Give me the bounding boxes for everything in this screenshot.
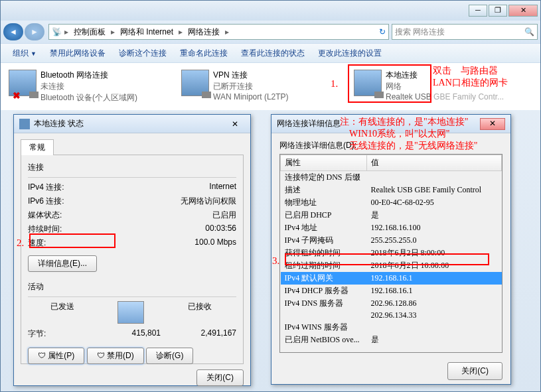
value-cell: 255.255.255.0 <box>367 234 502 247</box>
property-cell <box>281 310 367 321</box>
connection-name: VPN 连接 <box>213 70 289 81</box>
property-cell: 描述 <box>281 184 367 196</box>
chevron-down-icon: ▼ <box>31 50 37 57</box>
dialog-title: 本地连接 状态 <box>34 118 84 129</box>
value: 已启用 <box>212 210 236 221</box>
search-icon: 🔍 <box>524 27 534 36</box>
search-input[interactable]: 搜索 网络连接 🔍 <box>392 24 538 40</box>
table-row[interactable]: IPv4 地址192.168.16.100 <box>281 222 502 234</box>
search-placeholder: 搜索 网络连接 <box>395 27 445 38</box>
forward-button[interactable]: ► <box>25 23 44 40</box>
table-row[interactable]: 物理地址00-E0-4C-68-02-95 <box>281 196 502 209</box>
value: 无网络访问权限 <box>181 196 236 207</box>
vpn-icon <box>181 70 209 96</box>
toolbar-change[interactable]: 更改此连接的设置 <box>311 45 388 62</box>
label: IPv6 连接: <box>28 196 101 207</box>
col-property[interactable]: 属性 <box>281 155 367 171</box>
table-row[interactable]: 已启用 NetBIOS ove...是 <box>281 334 502 343</box>
table-row[interactable]: IPv4 子网掩码255.255.255.0 <box>281 234 502 247</box>
property-cell: IPv4 DHCP 服务器 <box>281 285 367 297</box>
table-row[interactable]: IPv4 WINS 服务器 <box>281 321 502 334</box>
back-button[interactable]: ◄ <box>3 23 23 40</box>
breadcrumb-box[interactable]: 📡 ▸ 控制面板 ▸ 网络和 Internet ▸ 网络连接 ▸ ↻ <box>48 24 389 40</box>
bytes-recv: 2,491,167 <box>201 328 236 340</box>
table-row[interactable]: IPv4 DHCP 服务器192.168.16.1 <box>281 285 502 297</box>
toolbar-diagnose[interactable]: 诊断这个连接 <box>112 45 173 62</box>
minimize-button[interactable]: ─ <box>469 5 487 17</box>
details-button[interactable]: 详细信息(E)... <box>28 255 97 272</box>
annotation-text: 双击 与路由器 LAN口相连的网卡 <box>433 65 508 89</box>
connection-status: 已断开连接 <box>213 81 289 92</box>
value-cell <box>367 171 502 184</box>
tab-general[interactable]: 常规 <box>21 139 54 155</box>
refresh-icon[interactable]: ↻ <box>379 27 386 36</box>
tab-content: 连接 IPv4 连接:Internet IPv6 连接:无网络访问权限 媒体状态… <box>21 155 244 364</box>
maximize-button[interactable]: ❐ <box>489 5 507 17</box>
value-cell: Realtek USB GBE Family Control <box>367 184 502 196</box>
close-button[interactable]: 关闭(C) <box>196 369 244 386</box>
table-row[interactable]: 连接特定的 DNS 后缀 <box>281 171 502 184</box>
table-row[interactable]: IPv4 DNS 服务器202.96.128.86 <box>281 297 502 310</box>
properties-button[interactable]: 🛡 属性(P) <box>28 348 84 364</box>
details-table: 属性值 连接特定的 DNS 后缀描述Realtek USB GBE Family… <box>280 155 502 343</box>
toolbar-disable[interactable]: 禁用此网络设备 <box>43 45 112 62</box>
value-cell: 是 <box>367 209 502 222</box>
section-connection: 连接 <box>28 162 236 173</box>
address-bar: ◄ ► 📡 ▸ 控制面板 ▸ 网络和 Internet ▸ 网络连接 ▸ ↻ 搜… <box>1 21 540 43</box>
value-cell: 202.96.134.33 <box>367 310 502 321</box>
network-folder-icon: 📡 <box>52 27 62 36</box>
close-button[interactable]: ✕ <box>508 5 538 17</box>
value-cell: 00-E0-4C-68-02-95 <box>367 196 502 209</box>
section-activity: 活动 <box>28 281 236 293</box>
value: 100.0 Mbps <box>194 237 236 249</box>
bytes-sent: 415,801 <box>101 328 161 340</box>
table-row[interactable]: IPv4 默认网关192.168.16.1 <box>281 272 502 285</box>
table-row[interactable]: 描述Realtek USB GBE Family Control <box>281 184 502 196</box>
chevron-right-icon: ▸ <box>179 27 183 36</box>
status-dialog: 本地连接 状态 ✕ 常规 连接 IPv4 连接:Internet IPv6 连接… <box>13 114 251 386</box>
error-x-icon: ✖ <box>13 90 21 101</box>
window-titlebar: ─ ❐ ✕ <box>1 1 540 21</box>
toolbar: 组织▼ 禁用此网络设备 诊断这个连接 重命名此连接 查看此连接的状态 更改此连接… <box>1 43 540 63</box>
activity-icon <box>117 301 144 324</box>
label: IPv4 连接: <box>28 182 101 193</box>
diagnose-button[interactable]: 诊断(G) <box>146 348 193 364</box>
value-cell <box>367 321 502 334</box>
table-row[interactable]: 202.96.134.33 <box>281 310 502 321</box>
connection-item[interactable]: VPN 连接 已断开连接 WAN Miniport (L2TP) <box>181 70 341 103</box>
value: Internet <box>209 182 236 193</box>
toolbar-organize[interactable]: 组织▼ <box>6 45 43 62</box>
property-cell: 物理地址 <box>281 196 367 209</box>
property-cell: 连接特定的 DNS 后缀 <box>281 171 367 184</box>
value-cell: 192.168.16.1 <box>367 272 502 285</box>
value-cell: 是 <box>367 334 502 343</box>
highlight-box <box>285 253 489 265</box>
table-row[interactable]: 已启用 DHCP是 <box>281 209 502 222</box>
property-cell: IPv4 子网掩码 <box>281 234 367 247</box>
connection-name: Bluetooth 网络连接 <box>40 70 137 81</box>
connection-device: Bluetooth 设备(个人区域网) <box>40 92 137 103</box>
close-button[interactable]: ✕ <box>480 118 505 130</box>
col-value[interactable]: 值 <box>367 155 502 171</box>
connection-status: 未连接 <box>40 81 137 92</box>
value: 00:03:56 <box>205 224 236 235</box>
breadcrumb[interactable]: 网络和 Internet <box>117 25 176 39</box>
toolbar-rename[interactable]: 重命名此连接 <box>173 45 234 62</box>
close-button[interactable]: 关闭(C) <box>447 362 502 380</box>
disable-button[interactable]: 🛡 禁用(D) <box>87 348 144 364</box>
annotation-number: 2. <box>17 237 24 249</box>
value-cell: 202.96.128.86 <box>367 297 502 310</box>
connection-item[interactable]: Bluetooth 网络连接 未连接 Bluetooth 设备(个人区域网) <box>9 70 168 103</box>
breadcrumb[interactable]: 网络连接 <box>185 25 222 39</box>
value-cell: 192.168.16.1 <box>367 285 502 297</box>
property-cell: 已启用 NetBIOS ove... <box>281 334 367 343</box>
annotation-number: 3. <box>272 255 279 267</box>
annotation-number: 1. <box>331 78 338 90</box>
highlight-box <box>348 64 431 103</box>
property-cell: IPv4 默认网关 <box>281 272 367 285</box>
chevron-right-icon: ▸ <box>64 27 68 36</box>
toolbar-status[interactable]: 查看此连接的状态 <box>234 45 311 62</box>
close-icon[interactable]: ✕ <box>225 119 245 129</box>
breadcrumb[interactable]: 控制面板 <box>71 25 108 39</box>
status-icon <box>19 119 30 129</box>
